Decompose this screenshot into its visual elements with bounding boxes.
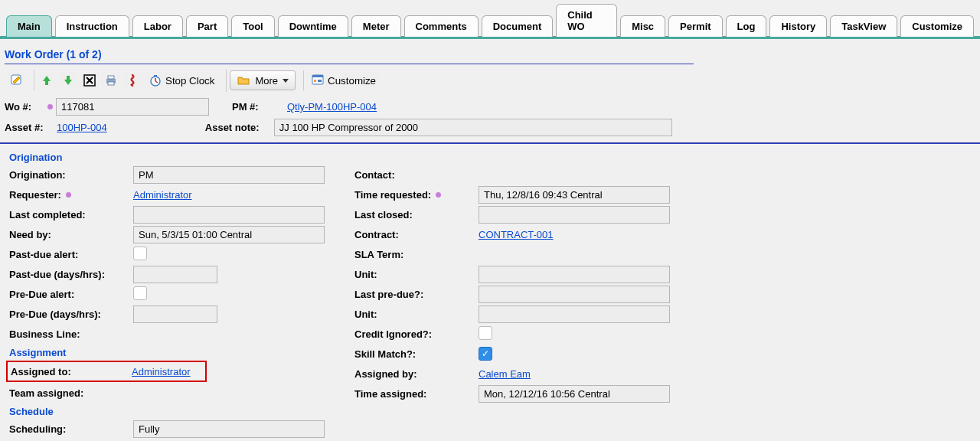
form-body: Origination Origination: Requester: Admi… bbox=[0, 144, 697, 441]
business-line-label: Business Line: bbox=[9, 328, 133, 340]
last-closed-input[interactable] bbox=[479, 206, 670, 224]
team-assigned-label: Team assigned: bbox=[9, 387, 133, 399]
assigned-by-label: Assigned by: bbox=[354, 368, 479, 380]
tab-taskview[interactable]: TaskView bbox=[830, 15, 897, 37]
contract-label: Contract: bbox=[354, 229, 479, 240]
asset-link[interactable]: 100HP-004 bbox=[57, 122, 107, 133]
asset-note-label: Asset note: bbox=[205, 122, 274, 133]
last-predue-input[interactable] bbox=[479, 286, 670, 303]
schedule-title: Schedule bbox=[9, 403, 347, 419]
tab-instruction[interactable]: Instruction bbox=[55, 15, 129, 37]
tab-childwo[interactable]: Child WO bbox=[556, 4, 617, 37]
pdf-icon bbox=[126, 74, 139, 87]
assigned-by-link[interactable]: Calem Eam bbox=[479, 368, 531, 380]
time-requested-input[interactable] bbox=[479, 186, 670, 204]
tab-tool[interactable]: Tool bbox=[231, 15, 274, 37]
unit1-input[interactable] bbox=[479, 266, 670, 283]
predue-alert-checkbox[interactable] bbox=[133, 286, 147, 300]
prev-button[interactable] bbox=[38, 72, 56, 89]
more-button[interactable]: More bbox=[230, 70, 296, 90]
wo-label: Wo #: bbox=[5, 101, 46, 113]
requester-link[interactable]: Administrator bbox=[133, 189, 192, 201]
skill-match-label: Skill Match?: bbox=[354, 348, 479, 360]
arrow-down-icon bbox=[61, 74, 75, 87]
tab-misc[interactable]: Misc bbox=[620, 15, 665, 37]
predue-days-label: Pre-Due (days/hrs): bbox=[9, 309, 133, 320]
tab-main[interactable]: Main bbox=[6, 15, 52, 37]
required-dot-icon bbox=[436, 192, 441, 198]
unit2-label: Unit: bbox=[354, 309, 479, 320]
svg-rect-10 bbox=[318, 80, 322, 82]
pastdue-days-input[interactable] bbox=[133, 266, 217, 283]
section-title: Work Order (1 of 2) bbox=[5, 45, 694, 64]
last-completed-input[interactable] bbox=[133, 206, 325, 224]
time-assigned-input[interactable] bbox=[479, 385, 670, 403]
edit-button[interactable] bbox=[8, 72, 26, 89]
asset-note-input[interactable] bbox=[274, 119, 672, 136]
predue-alert-label: Pre-Due alert: bbox=[9, 289, 133, 300]
tab-customize[interactable]: Customize bbox=[900, 15, 974, 37]
time-requested-label: Time requested: bbox=[354, 189, 479, 201]
scheduling-label: Scheduling: bbox=[9, 423, 133, 435]
sla-term-label: SLA Term: bbox=[354, 249, 479, 260]
origination-input[interactable] bbox=[133, 166, 325, 184]
arrow-up-icon bbox=[40, 74, 54, 87]
tab-history[interactable]: History bbox=[769, 15, 827, 37]
svg-rect-3 bbox=[108, 76, 114, 79]
svg-rect-9 bbox=[314, 80, 316, 82]
right-column: . Contact: Time requested: Last closed: … bbox=[354, 149, 692, 439]
header-row-2: Asset #: 100HP-004 Asset note: bbox=[0, 117, 697, 138]
pastdue-alert-checkbox[interactable] bbox=[133, 247, 147, 260]
tab-meter[interactable]: Meter bbox=[351, 15, 401, 37]
svg-rect-8 bbox=[312, 75, 323, 77]
pm-link[interactable]: Qtly-PM-100HP-004 bbox=[287, 101, 377, 113]
pastdue-alert-label: Past-due alert: bbox=[9, 249, 133, 260]
contract-link[interactable]: CONTRACT-001 bbox=[479, 229, 554, 240]
needby-label: Need by: bbox=[9, 229, 133, 240]
wo-number-input[interactable] bbox=[56, 98, 209, 116]
tab-strip: Main Instruction Labor Part Tool Downtim… bbox=[0, 0, 980, 39]
credit-ignored-checkbox[interactable] bbox=[479, 326, 492, 340]
last-closed-label: Last closed: bbox=[354, 209, 479, 220]
assigned-to-link[interactable]: Administrator bbox=[132, 366, 202, 377]
scheduling-input[interactable] bbox=[133, 420, 325, 438]
tab-downtime[interactable]: Downtime bbox=[278, 15, 348, 37]
pm-label: PM #: bbox=[232, 101, 287, 113]
clock-icon bbox=[149, 74, 162, 87]
customize-button[interactable]: Customize bbox=[307, 72, 380, 89]
tab-log[interactable]: Log bbox=[726, 15, 767, 37]
asset-label: Asset #: bbox=[5, 122, 57, 133]
delete-button[interactable] bbox=[80, 72, 99, 89]
tab-permit[interactable]: Permit bbox=[668, 15, 722, 37]
unit2-input[interactable] bbox=[479, 305, 670, 323]
delete-icon bbox=[83, 74, 96, 87]
assigned-to-highlight: Assigned to: Administrator bbox=[6, 361, 207, 382]
header-row-1: Wo #: PM #: Qtly-PM-100HP-004 bbox=[0, 96, 697, 117]
section-bar: Work Order (1 of 2) bbox=[5, 45, 694, 64]
credit-ignored-label: Credit Ignored?: bbox=[354, 328, 479, 340]
tab-labor[interactable]: Labor bbox=[132, 15, 183, 37]
required-dot-icon bbox=[66, 192, 71, 198]
contact-label: Contact: bbox=[354, 169, 479, 181]
printer-icon bbox=[104, 74, 118, 87]
last-completed-label: Last completed: bbox=[9, 209, 133, 220]
tab-part[interactable]: Part bbox=[186, 15, 228, 37]
pdf-button[interactable] bbox=[123, 72, 142, 89]
last-predue-label: Last pre-due?: bbox=[354, 289, 479, 300]
chevron-down-icon bbox=[283, 79, 289, 83]
toolbar: Stop Clock More Customize bbox=[0, 64, 697, 96]
tab-comments[interactable]: Comments bbox=[404, 15, 479, 37]
needby-input[interactable] bbox=[133, 226, 325, 243]
skill-match-checkbox[interactable]: ✓ bbox=[479, 347, 492, 361]
requester-label: Requester: bbox=[9, 189, 133, 201]
edit-icon bbox=[10, 74, 24, 87]
predue-days-input[interactable] bbox=[133, 305, 217, 323]
stopclock-button-icon[interactable]: Stop Clock bbox=[145, 72, 218, 89]
origination-title: Origination bbox=[9, 149, 347, 165]
pastdue-days-label: Past-due (days/hrs): bbox=[9, 269, 133, 280]
origination-label: Origination: bbox=[9, 169, 133, 181]
next-button[interactable] bbox=[59, 72, 77, 89]
required-dot-icon bbox=[47, 104, 53, 109]
tab-document[interactable]: Document bbox=[482, 15, 554, 37]
print-button[interactable] bbox=[102, 72, 120, 89]
